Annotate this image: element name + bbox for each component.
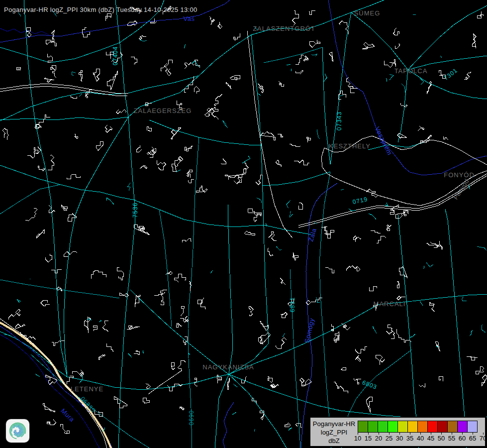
settlement-outline bbox=[248, 209, 262, 216]
settlement-outline bbox=[395, 44, 399, 48]
settlement-outline bbox=[34, 124, 42, 129]
minor-road-segment bbox=[317, 129, 320, 139]
settlement-outline bbox=[306, 137, 310, 142]
settlement-outline bbox=[174, 274, 186, 282]
settlement-outline bbox=[276, 160, 282, 167]
settlement-outline bbox=[347, 77, 358, 88]
minor-road-segment bbox=[223, 120, 228, 128]
settlement-outline bbox=[268, 377, 272, 383]
settlement-outline bbox=[68, 214, 76, 222]
settlement-outline bbox=[180, 407, 184, 410]
legend-swatch-row bbox=[358, 421, 477, 433]
settlement-outline bbox=[105, 125, 112, 132]
settlement-outline bbox=[177, 324, 183, 327]
settlement-outline bbox=[354, 378, 362, 384]
settlement-outline bbox=[93, 69, 99, 81]
radar-screen: Poganyvar-HR logZ_PPI 30km (dbZ) Tuesday… bbox=[0, 0, 487, 448]
legend-swatch bbox=[427, 421, 438, 433]
settlement-outline bbox=[443, 136, 448, 139]
settlement-outline bbox=[365, 189, 378, 198]
settlement-outline bbox=[214, 94, 222, 106]
settlement-outline bbox=[161, 292, 165, 305]
road-number-label: 07404 bbox=[112, 46, 119, 65]
settlement-outline bbox=[198, 298, 206, 309]
settlement-outline bbox=[131, 57, 137, 64]
settlement-outline bbox=[209, 16, 214, 24]
settlement-outline bbox=[421, 135, 432, 144]
legend-swatch bbox=[457, 421, 468, 433]
settlement-outline bbox=[295, 70, 303, 74]
legend-caption-line2: logZ_PPI bbox=[310, 429, 358, 437]
settlement-outline bbox=[183, 337, 188, 344]
settlement-outline bbox=[419, 383, 425, 387]
settlement-outline bbox=[16, 324, 25, 329]
settlement-outline bbox=[367, 397, 372, 413]
legend-tick-label: 50 bbox=[438, 435, 445, 442]
settlement-outline bbox=[395, 212, 404, 219]
settlement-outline bbox=[26, 27, 31, 37]
settlement-outline bbox=[280, 278, 286, 285]
settlement-outline bbox=[116, 110, 126, 114]
settlement-outline bbox=[102, 321, 108, 332]
legend-swatch bbox=[358, 421, 368, 433]
settlement-outline bbox=[376, 355, 385, 365]
legend-caption: Poganyvar-HR logZ_PPI dbZ bbox=[310, 418, 358, 446]
settlement-outline bbox=[17, 68, 21, 70]
settlement-outline bbox=[107, 343, 114, 351]
settlement-outline bbox=[195, 378, 197, 386]
spiral-icon bbox=[6, 419, 29, 443]
settlement-outline bbox=[48, 155, 54, 170]
settlement-outline bbox=[393, 59, 396, 67]
minor-road-segment bbox=[80, 375, 83, 383]
minor-road-segment bbox=[176, 170, 181, 172]
settlement-outline bbox=[185, 63, 195, 69]
legend-tick-label: 70 bbox=[480, 435, 487, 442]
legend-tick-label: 30 bbox=[396, 435, 403, 442]
settlement-outline bbox=[390, 205, 398, 214]
settlement-outline bbox=[25, 208, 37, 221]
settlement-outline bbox=[178, 361, 186, 372]
legend-tick-label: 55 bbox=[448, 435, 455, 442]
settlement-outline bbox=[194, 87, 199, 94]
settlement-outline bbox=[147, 148, 156, 155]
settlement-outline bbox=[290, 144, 301, 147]
settlement-outline bbox=[180, 316, 189, 322]
minor-road-segment bbox=[35, 374, 40, 376]
settlement-outline bbox=[347, 266, 360, 271]
settlement-outline bbox=[185, 146, 193, 151]
minor-road-segment bbox=[420, 78, 424, 85]
settlement-outline bbox=[371, 230, 381, 233]
settlement-outline bbox=[143, 398, 149, 404]
minor-road-segment bbox=[401, 84, 405, 93]
minor-road-segment bbox=[287, 200, 291, 208]
minor-road-segment bbox=[341, 189, 344, 190]
settlement-outline bbox=[225, 175, 228, 180]
settlement-outline bbox=[226, 82, 231, 89]
settlement-outline bbox=[249, 307, 254, 316]
settlement-outline bbox=[325, 227, 334, 235]
legend-swatch bbox=[378, 421, 388, 433]
met-spiral-logo bbox=[6, 419, 29, 443]
water-label: Vas bbox=[184, 15, 195, 22]
settlement-outline bbox=[71, 96, 77, 99]
settlement-outline bbox=[57, 287, 62, 291]
settlement-outline bbox=[52, 30, 55, 43]
city-label: SÜMEG bbox=[354, 9, 381, 17]
settlement-outline bbox=[397, 133, 407, 138]
settlement-outline bbox=[182, 239, 192, 242]
settlement-outline bbox=[234, 177, 241, 184]
city-label: MARCALI bbox=[374, 300, 406, 308]
minor-road-segment bbox=[323, 74, 327, 82]
settlement-outline bbox=[260, 411, 264, 420]
minor-road-segment bbox=[189, 353, 190, 354]
minor-road-segment bbox=[233, 384, 237, 387]
minor-road-segment bbox=[413, 14, 416, 15]
minor-road-segment bbox=[99, 321, 101, 322]
settlement-outline bbox=[234, 33, 240, 41]
minor-road-segment bbox=[17, 300, 21, 303]
minor-road-segment bbox=[257, 94, 260, 96]
settlement-outline bbox=[137, 145, 142, 152]
settlement-outline bbox=[171, 363, 175, 370]
settlement-outline bbox=[195, 60, 199, 68]
settlement-outline bbox=[268, 231, 276, 240]
